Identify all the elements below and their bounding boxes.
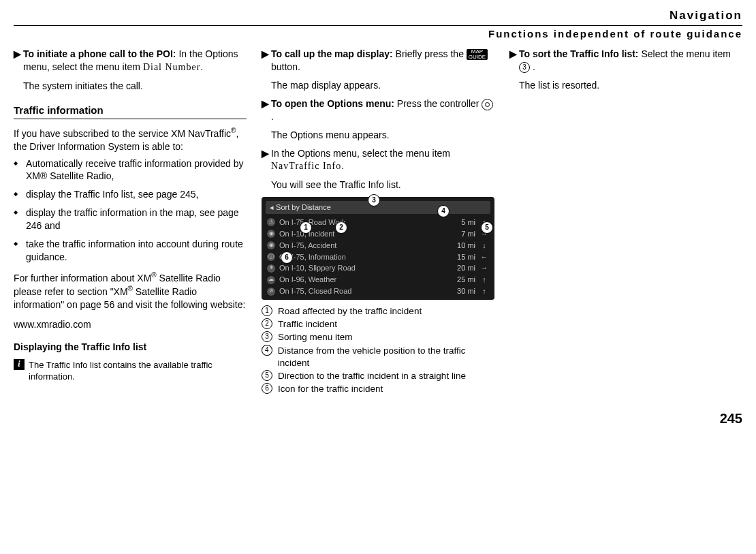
callout-item: 2Traffic incident — [262, 318, 494, 330]
row-direction-icon: ↓ — [479, 241, 489, 251]
callouts-legend: 1Road affected by the traffic incident 2… — [262, 305, 494, 396]
table-row: ◉On I-10, Incident7 mi→ — [266, 228, 490, 240]
row-distance: 5 mi — [451, 217, 475, 228]
step-open-options: ▶ To open the Options menu: Press the co… — [262, 97, 494, 123]
callout-item: 3Sorting menu item — [262, 331, 494, 343]
callout-text: Sorting menu item — [278, 331, 353, 343]
step-select-navtraffic: ▶ In the Options menu, select the menu i… — [262, 147, 494, 174]
columns: ▶ To initiate a phone call to the POI: I… — [14, 48, 742, 396]
callout-ref-3: 3 — [519, 62, 530, 73]
row-direction-icon: ← — [479, 252, 489, 262]
traffic-icon: ⚠ — [267, 218, 275, 226]
bullet-3: display the traffic information in the m… — [26, 206, 247, 232]
page-subtitle: Functions independent of route guidance — [14, 25, 742, 41]
step-initiate-call: ▶ To initiate a phone call to the POI: I… — [14, 48, 247, 74]
callout-number: 6 — [262, 383, 272, 394]
callout-number: 2 — [262, 318, 272, 329]
step-rest: Select the menu item — [639, 48, 731, 59]
row-distance: 30 mi — [451, 286, 475, 296]
step-body: In the Options menu, select the menu ite… — [271, 147, 494, 174]
table-row: ⊘On I-75, Closed Road30 mi↑ — [266, 286, 490, 297]
row-road: On I-10, Slippery Road — [279, 263, 447, 273]
callout-item: 4Distance from the vehicle position to t… — [262, 345, 494, 369]
callout-text: Direction to the traffic incident in a s… — [278, 370, 466, 382]
step-arrow-icon: ▶ — [509, 48, 519, 74]
table-row: ⓘOn I-75, Information15 mi← — [266, 251, 490, 263]
row-distance: 20 mi — [451, 263, 475, 273]
step-rest: Briefly press the — [393, 48, 467, 59]
menu-item-navtraffic-info: NavTraffic Info — [271, 161, 341, 171]
info-note: i The Traffic Info list contains the ava… — [14, 359, 247, 383]
row-road: On I-96, Weather — [279, 275, 447, 285]
step-sort-list: ▶ To sort the Traffic Info list: Select … — [509, 48, 742, 74]
subhead-display-list: Displaying the Traffic Info list — [14, 341, 247, 354]
controller-press-icon — [482, 99, 493, 110]
menu-item-dial-number: Dial Number — [143, 62, 200, 72]
options-appears: The Options menu appears. — [271, 129, 494, 142]
callout-item: 1Road affected by the traffic incident — [262, 305, 494, 318]
row-road: On I-75, Closed Road — [279, 286, 447, 296]
step-follow: button. — [271, 61, 300, 72]
column-1: ▶ To initiate a phone call to the POI: I… — [14, 48, 247, 396]
page-title: Navigation — [14, 8, 742, 24]
step-body: To call up the map display: Briefly pres… — [271, 48, 494, 74]
step-arrow-icon: ▶ — [14, 48, 23, 74]
bullet-4: take the traffic information into accoun… — [26, 238, 247, 264]
url-line: www.xmradio.com — [14, 318, 247, 331]
callout-bubble-4: 4 — [437, 205, 450, 217]
section-heading-traffic: Traffic information — [14, 104, 247, 119]
row-direction-icon: → — [479, 263, 489, 273]
column-2: ▶ To call up the map display: Briefly pr… — [262, 48, 494, 396]
note-text: The Traffic Info list contains the avail… — [29, 359, 247, 383]
traffic-icon: ◉ — [267, 230, 275, 238]
row-direction-icon: ↑ — [479, 275, 489, 285]
step-body: To open the Options menu: Press the cont… — [271, 97, 494, 123]
info-icon: i — [14, 359, 25, 370]
sort-menu-label: Sort by Distance — [276, 203, 331, 211]
step-call-map: ▶ To call up the map display: Briefly pr… — [262, 48, 494, 74]
step-rest: Press the controller — [394, 98, 482, 109]
step-arrow-icon: ▶ — [262, 97, 271, 123]
further-a: For further information about XM — [14, 272, 151, 283]
page-header: Navigation Functions independent of rout… — [14, 8, 742, 41]
table-row: ❄On I-10, Slippery Road20 mi→ — [266, 262, 490, 274]
resorted: The list is resorted. — [519, 79, 742, 92]
row-distance: 10 mi — [451, 241, 475, 251]
map-appears: The map display appears. — [271, 79, 494, 92]
row-direction-icon: ↑ — [479, 286, 489, 296]
step-bold: To sort the Traffic Info list: — [519, 48, 639, 59]
row-distance: 7 mi — [451, 229, 475, 239]
step-arrow-icon: ▶ — [262, 147, 271, 174]
further-info: For further information about XM® Satell… — [14, 271, 247, 311]
step-followup: The system initiates the call. — [23, 80, 247, 93]
callout-number: 3 — [262, 331, 272, 342]
callout-text: Traffic incident — [278, 318, 337, 330]
table-row: ☁On I-96, Weather25 mi↑ — [266, 274, 490, 286]
registered-icon: ® — [151, 271, 156, 279]
row-distance: 15 mi — [451, 252, 475, 262]
registered-icon: ® — [128, 285, 133, 292]
traffic-icon: ❄ — [267, 264, 275, 273]
step-arrow-icon: ▶ — [262, 48, 271, 74]
column-3: ▶ To sort the Traffic Info list: Select … — [509, 48, 742, 396]
map-guide-button-icon: MAPGUIDE — [467, 49, 488, 60]
callout-text: Icon for the traffic incident — [278, 383, 383, 395]
callout-text: Road affected by the traffic incident — [278, 305, 422, 318]
step-bold: To call up the map display: — [271, 48, 393, 59]
page-number: 245 — [14, 410, 742, 428]
step-bold: To open the Options menu: — [271, 98, 394, 109]
traffic-bullets: Automatically receive traffic informatio… — [14, 157, 247, 264]
callout-number: 4 — [262, 345, 272, 356]
row-distance: 25 mi — [451, 275, 475, 285]
bullet-2: display the Traffic Info list, see page … — [26, 188, 247, 201]
step-body: To sort the Traffic Info list: Select th… — [519, 48, 742, 74]
traffic-icon: ☁ — [267, 276, 275, 284]
see-list: You will see the Traffic Info list. — [271, 179, 494, 191]
row-road: On I-75, Information — [279, 252, 447, 262]
bullet-1: Automatically receive traffic informatio… — [26, 157, 247, 183]
traffic-icon: ⊘ — [267, 288, 275, 296]
callout-bubble-5: 5 — [481, 221, 493, 234]
callout-text: Distance from the vehicle position to th… — [278, 345, 494, 369]
step-bold: To initiate a phone call to the POI: — [23, 48, 176, 59]
traffic-icon: ⓘ — [267, 253, 275, 261]
